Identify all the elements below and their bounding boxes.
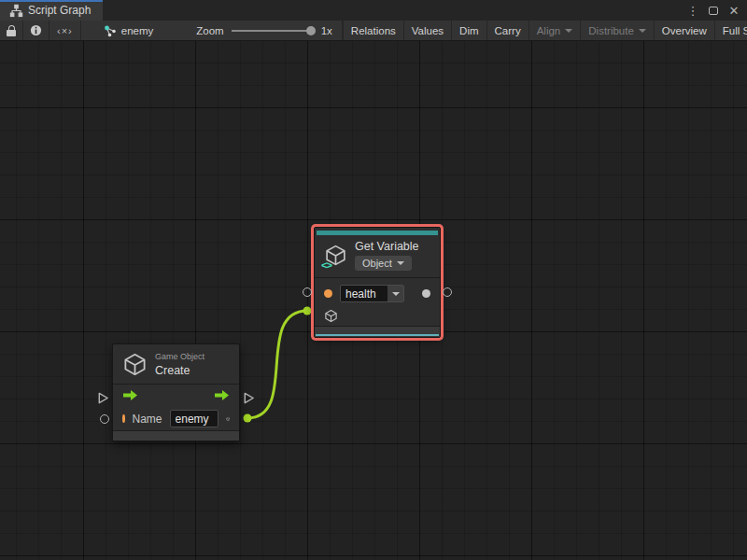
breadcrumb[interactable]: enemy xyxy=(81,21,163,40)
variable-name-row xyxy=(315,282,440,306)
graph-canvas[interactable]: Game Object Create Name xyxy=(0,41,747,560)
overview-button[interactable]: Overview xyxy=(655,21,715,40)
flow-input-arrow-icon[interactable] xyxy=(122,389,138,401)
get-variable-node-header[interactable]: <> Get Variable Object xyxy=(315,235,440,278)
node-get-variable[interactable]: <> Get Variable Object xyxy=(314,227,441,338)
breadcrumb-graph-name: enemy xyxy=(121,25,154,36)
name-external-port[interactable] xyxy=(100,414,109,424)
dropdown-arrow-icon xyxy=(639,29,646,33)
dim-button[interactable]: Dim xyxy=(452,21,486,40)
carry-button[interactable]: Carry xyxy=(487,21,529,40)
relations-button[interactable]: Relations xyxy=(344,21,404,40)
lock-icon xyxy=(7,25,16,36)
name-input[interactable] xyxy=(170,410,218,427)
zoom-slider-knob[interactable] xyxy=(306,26,316,35)
create-node-footer xyxy=(113,430,239,441)
align-button-label: Align xyxy=(537,25,561,36)
distribute-button[interactable]: Distribute xyxy=(581,21,655,40)
flow-output-arrow-icon[interactable] xyxy=(214,389,230,401)
tab-script-graph[interactable]: Script Graph xyxy=(0,0,103,21)
wire-source-dot[interactable] xyxy=(244,414,252,423)
close-icon[interactable]: ✕ xyxy=(726,3,741,18)
value-external-port[interactable] xyxy=(443,287,452,297)
zoom-label: Zoom xyxy=(196,25,223,36)
graph-breadcrumb-icon xyxy=(104,24,117,37)
info-button[interactable] xyxy=(23,21,49,40)
create-flow-row xyxy=(113,385,239,407)
value-output-port[interactable] xyxy=(422,289,430,298)
variable-kind-icon: <> xyxy=(321,259,331,271)
tab-active-accent xyxy=(0,0,103,2)
values-button[interactable]: Values xyxy=(404,21,452,40)
game-object-output-icon[interactable] xyxy=(226,412,230,427)
titlebar: Script Graph ⋮ ✕ xyxy=(0,0,747,21)
flow-enter-port[interactable] xyxy=(96,391,110,409)
align-button[interactable]: Align xyxy=(529,21,582,40)
create-node-title: Create xyxy=(155,364,204,377)
variable-name-select-button[interactable] xyxy=(388,285,404,302)
name-label: Name xyxy=(133,413,162,426)
distribute-button-label: Distribute xyxy=(588,25,634,36)
code-view-button[interactable]: ‹×› xyxy=(49,21,81,40)
full-screen-button[interactable]: Full Screen xyxy=(715,21,747,40)
wire-create-to-getvariable[interactable] xyxy=(247,311,307,418)
object-input-cube-icon[interactable] xyxy=(324,309,338,323)
create-name-row: Name xyxy=(113,407,239,431)
info-icon xyxy=(30,24,42,36)
variable-scope-dropdown[interactable]: Object xyxy=(355,256,412,271)
wire-destination-dot[interactable] xyxy=(303,307,312,315)
dropdown-arrow-icon xyxy=(397,261,404,265)
variable-name-port[interactable] xyxy=(324,289,332,298)
flow-exit-port[interactable] xyxy=(242,391,256,409)
toolbar: ‹×› enemy Zoom 1x Relations Values Dim C… xyxy=(0,21,747,41)
lock-button[interactable] xyxy=(0,21,23,40)
create-node-category: Game Object xyxy=(155,352,204,361)
variable-scope-value: Object xyxy=(362,258,392,269)
window-controls: ⋮ ✕ xyxy=(685,0,747,21)
dropdown-arrow-icon xyxy=(565,29,572,33)
menu-icon[interactable]: ⋮ xyxy=(685,3,700,18)
tab-title: Script Graph xyxy=(28,4,91,17)
variable-name-input[interactable] xyxy=(340,285,388,302)
variable-object-row xyxy=(315,306,440,326)
zoom-slider[interactable] xyxy=(232,30,314,32)
maximize-icon[interactable] xyxy=(706,3,721,18)
toolbar-right-group: Relations Values Dim Carry Align Distrib… xyxy=(343,21,747,40)
create-node-header[interactable]: Game Object Create xyxy=(113,344,239,385)
zoom-control: Zoom 1x xyxy=(162,21,343,40)
script-graph-window: Script Graph ⋮ ✕ ‹×› xyxy=(0,0,747,560)
get-variable-node-footer xyxy=(315,326,440,337)
get-variable-title: Get Variable xyxy=(355,240,419,253)
zoom-value: 1x xyxy=(321,25,332,36)
graph-icon xyxy=(9,4,23,18)
node-game-object-create[interactable]: Game Object Create Name xyxy=(112,343,240,441)
variable-name-external-port[interactable] xyxy=(303,287,312,297)
code-icon: ‹×› xyxy=(57,25,73,36)
game-object-cube-icon xyxy=(122,352,148,377)
name-value-port[interactable] xyxy=(122,414,125,423)
